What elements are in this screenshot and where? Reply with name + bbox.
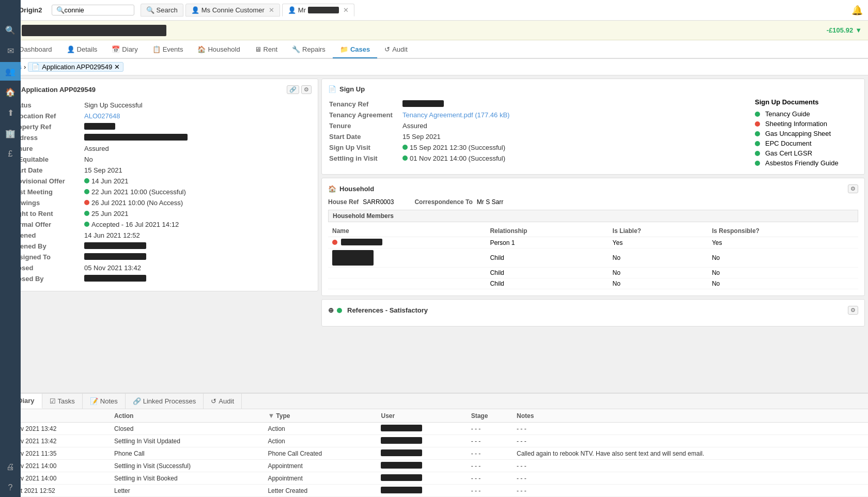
linked-tab-label: Linked Processes — [143, 397, 196, 405]
household-members-title: Household Members — [328, 210, 858, 222]
tab-repairs[interactable]: 🔧 Repairs — [285, 41, 333, 58]
signup-title: Sign Up — [339, 85, 365, 93]
bottom-tab-notes[interactable]: 📝 Notes — [83, 394, 126, 409]
ref-settings-btn[interactable]: ⚙ — [848, 306, 858, 315]
audit-tab-icon: ↺ — [211, 397, 216, 405]
field-label: Assigned To — [11, 252, 83, 262]
tab-mr[interactable]: 👤 Mr ✕ — [282, 4, 354, 17]
field-label: Address — [11, 133, 83, 143]
tab-diary[interactable]: 📅 Diary — [104, 41, 145, 58]
doc-name: Sheeting Information — [765, 120, 827, 128]
household-settings-btn[interactable]: ⚙ — [848, 184, 858, 193]
member-relationship: Child — [486, 268, 608, 278]
field-start-date: Start Date 15 Sep 2021 — [11, 165, 311, 175]
link-btn[interactable]: 🔗 — [287, 85, 299, 94]
tab-details[interactable]: 👤 Details — [59, 41, 105, 58]
sidebar-item-mail[interactable]: ✉ — [0, 41, 21, 60]
topbar: Origin2 🔍 🔍 Search 👤 Ms Connie Customer … — [0, 0, 868, 21]
application-card: 📄 Application APP029549 🔗 ⚙ Status Sign … — [3, 79, 318, 291]
balance-amount: -£105.92 — [827, 26, 853, 34]
field-label: Tenancy Ref — [329, 99, 401, 109]
breadcrumb-close[interactable]: ✕ — [114, 63, 120, 71]
events-icon: 📋 — [152, 45, 161, 53]
field-property-ref: Property Ref — [11, 122, 311, 132]
diary-row: 01 Nov 2021 14:00 Settling in Visit Book… — [0, 472, 868, 485]
audit-icon: ↺ — [384, 45, 390, 53]
doc-tenancy-guide: Tenancy Guide — [755, 109, 858, 119]
global-search-input[interactable] — [65, 6, 127, 14]
correspondence-value: Mr S Sarr — [477, 198, 503, 206]
nav-tabs: ⊞ Dashboard 👤 Details 📅 Diary 📋 Events 🏠 — [0, 40, 868, 59]
field-value: Accepted - 16 Jul 2021 14:12 — [84, 220, 311, 229]
repairs-icon: 🔧 — [292, 45, 300, 53]
signup-start-date: Start Date 15 Sep 2021 — [329, 132, 743, 142]
application-card-title: 📄 Application APP029549 🔗 ⚙ — [10, 85, 312, 94]
search-icon: 🔍 — [146, 6, 154, 14]
doc-name: Gas Uncapping Sheet — [765, 130, 831, 137]
tab-mr-close[interactable]: ✕ — [343, 6, 349, 14]
member-liable: No — [609, 278, 708, 289]
row-type: Phone Call Created — [264, 447, 377, 460]
notes-tab-icon: 📝 — [90, 397, 98, 405]
sidebar-item-pound[interactable]: £ — [0, 145, 21, 163]
allocation-ref-link[interactable]: ALO027648 — [84, 112, 120, 120]
tab-search[interactable]: 🔍 Search — [141, 4, 183, 17]
bottom-tab-linked-processes[interactable]: 🔗 Linked Processes — [126, 394, 204, 409]
field-value — [84, 133, 311, 143]
member-liable: No — [609, 248, 708, 268]
row-notes: - - - — [513, 485, 868, 497]
field-value: Sign Up Successful — [84, 100, 311, 110]
tab-connie[interactable]: 👤 Ms Connie Customer ✕ — [185, 4, 280, 17]
member-relationship: Person 1 — [486, 237, 608, 248]
field-label: Closed By — [11, 274, 83, 284]
breadcrumb: Cases › 📄 Application APP029549 ✕ — [0, 59, 868, 75]
sidebar-item-help[interactable]: ? — [0, 478, 21, 497]
field-address: Address — [11, 133, 311, 143]
row-notes: - - - — [513, 460, 868, 472]
col-action: Action — [110, 409, 264, 423]
household-members-table: Name Relationship Is Liable? Is Responsi… — [328, 225, 858, 289]
diary-row: 05 Nov 2021 13:42 Closed Action - - - - … — [0, 423, 868, 435]
field-tenure: Tenure Assured — [11, 144, 311, 153]
tab-bar: 🔍 Search 👤 Ms Connie Customer ✕ 👤 Mr ✕ — [138, 4, 847, 17]
member-responsible: Yes — [708, 237, 858, 248]
tenancy-agreement-link[interactable]: Tenancy Agreement.pdf (177.46 kB) — [402, 111, 509, 119]
member-relationship: Child — [486, 278, 608, 289]
details-icon: 👤 — [67, 45, 75, 53]
signup-content: Tenancy Ref Tenancy Agreement Tenancy Ag… — [328, 98, 858, 168]
doc-name: Tenancy Guide — [765, 110, 810, 118]
tab-repairs-label: Repairs — [302, 45, 326, 53]
bottom-tab-audit[interactable]: ↺ Audit — [204, 394, 242, 409]
tab-connie-close[interactable]: ✕ — [269, 6, 274, 14]
household-icon: 🏠 — [197, 45, 206, 53]
member-name — [328, 248, 486, 268]
tab-audit[interactable]: ↺ Audit — [377, 41, 415, 58]
tab-household-label: Household — [208, 45, 240, 53]
global-search[interactable]: 🔍 — [52, 5, 134, 15]
sidebar-item-home[interactable]: 🏠 — [0, 83, 21, 101]
breadcrumb-current-label: Application APP029549 — [42, 63, 112, 71]
signup-fields: Tenancy Ref Tenancy Agreement Tenancy Ag… — [328, 98, 745, 168]
row-stage: - - - — [467, 460, 513, 472]
bottom-tab-tasks[interactable]: ☑ Tasks — [42, 394, 83, 409]
doc-status-icon — [755, 112, 760, 117]
sidebar-item-print[interactable]: 🖨 — [0, 458, 21, 476]
sidebar-item-users[interactable]: 👥 — [0, 62, 21, 81]
sidebar-item-building[interactable]: 🏢 — [0, 124, 21, 143]
tab-household[interactable]: 🏠 Household — [190, 41, 247, 58]
field-label: Status — [11, 100, 83, 110]
type-filter-icon[interactable]: ▼ — [268, 412, 274, 420]
sidebar-item-search[interactable]: 🔍 — [0, 21, 21, 39]
row-action: Settling in Visit (Successful) — [110, 460, 264, 472]
row-type: Action — [264, 435, 377, 447]
tab-rent[interactable]: 🖥 Rent — [247, 41, 285, 58]
field-label: Provisional Offer — [11, 176, 83, 186]
notifications-icon[interactable]: 🔔 — [851, 5, 863, 16]
tab-cases[interactable]: 📁 Cases — [333, 41, 377, 58]
tab-events[interactable]: 📋 Events — [145, 41, 191, 58]
sidebar-item-upload[interactable]: ⬆ — [0, 103, 21, 122]
field-label: Start Date — [11, 165, 83, 175]
household-title: Household — [339, 185, 374, 193]
field-label: Opened — [11, 230, 83, 240]
settings-btn[interactable]: ⚙ — [301, 85, 312, 94]
